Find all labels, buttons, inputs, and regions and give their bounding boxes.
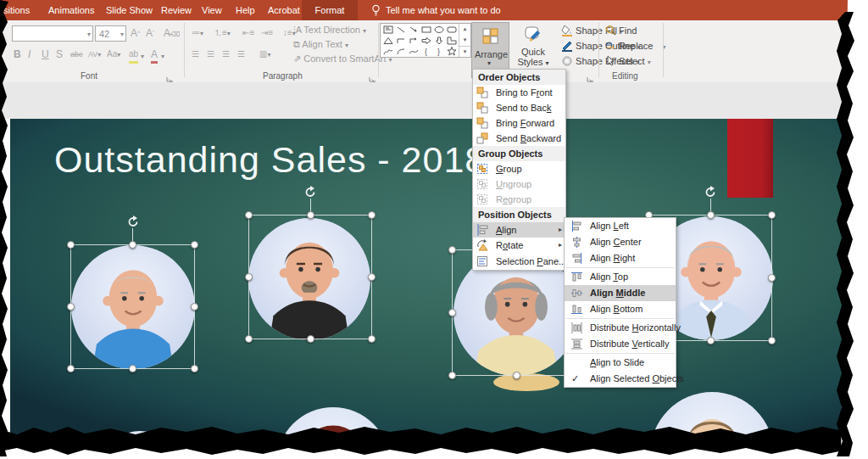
change-case-button[interactable]: Aa▾ (107, 48, 120, 62)
resize-handle-nw[interactable] (448, 246, 456, 254)
columns-button[interactable]: ▥▾ (259, 48, 270, 62)
resize-handle-ne[interactable] (368, 211, 376, 219)
font-name-combobox[interactable]: ▾ (12, 25, 93, 42)
text-direction-button[interactable]: ⫶A Text Direction ▾ (293, 25, 366, 36)
slide-title[interactable]: Outstanding Sales - 2018 (54, 139, 486, 181)
resize-handle-e[interactable] (768, 274, 776, 282)
tab-acrobat[interactable]: Acrobat (268, 0, 300, 20)
menu-item-rotate[interactable]: Rotate ▸ (473, 238, 565, 253)
menu-item-send-backward[interactable]: Send Backward (473, 131, 565, 146)
resize-handle-s[interactable] (129, 365, 136, 372)
increase-font-size-button[interactable]: A^ (131, 26, 140, 40)
resize-handle-s[interactable] (307, 335, 314, 343)
justify-button[interactable]: ☰ (237, 48, 245, 61)
submenu-item-align-to-slide[interactable]: Align to Slide (565, 355, 676, 371)
menu-item-selection-pane[interactable]: Selection Pane... (473, 253, 565, 270)
gallery-scroll-up-icon[interactable]: ▴ (459, 24, 470, 35)
submenu-item-align-bottom[interactable]: Align Bottom (565, 301, 676, 317)
menu-item-group[interactable]: Group (473, 161, 565, 176)
rotate-handle[interactable] (126, 215, 140, 228)
shapes-gallery[interactable]: { } ▴ ▾ ▾ (380, 23, 471, 58)
rectangle-shape-icon[interactable] (420, 24, 432, 35)
font-color-dropdown-icon[interactable]: ▾ (161, 53, 164, 60)
resize-handle-nw[interactable] (245, 211, 253, 219)
bold-button[interactable]: B (14, 48, 21, 61)
resize-handle-se[interactable] (368, 335, 376, 343)
red-rectangle-shape[interactable] (727, 119, 773, 198)
tab-transitions[interactable]: sitions (3, 0, 30, 20)
resize-handle-s[interactable] (513, 372, 520, 379)
menu-item-bring-to-front[interactable]: Bring to Front (473, 85, 565, 100)
replace-button[interactable]: ab Replace ▾ (605, 38, 666, 53)
text-shadow-button[interactable]: S (56, 48, 63, 61)
strikethrough-button[interactable]: abc (70, 48, 83, 61)
tab-format[interactable]: Format (302, 0, 358, 20)
line-shape-icon[interactable] (394, 24, 407, 35)
clear-formatting-button[interactable]: A̶⌫ (164, 26, 180, 42)
rotate-handle[interactable] (303, 185, 317, 199)
submenu-item-distribute-horizontally[interactable]: Distribute Horizontally (565, 320, 676, 336)
gallery-more-icon[interactable]: ▾ (459, 46, 470, 58)
resize-handle-w[interactable] (245, 273, 253, 281)
resize-handle-w[interactable] (67, 303, 75, 311)
arrow-shape-icon[interactable] (407, 24, 420, 35)
right-arrow-shape-icon[interactable] (420, 35, 432, 46)
rounded-rectangle-shape-icon[interactable] (445, 24, 458, 35)
resize-handle-se[interactable] (768, 337, 776, 344)
bullets-button[interactable]: ≔▾ (192, 26, 203, 41)
right-brace-shape-icon[interactable]: } (432, 46, 445, 57)
increase-indent-button[interactable]: ⇥≡ (261, 26, 273, 40)
resize-handle-e[interactable] (191, 303, 198, 311)
resize-handle-ne[interactable] (191, 241, 198, 249)
resize-handle-n[interactable] (707, 211, 715, 219)
selection-box-person-1[interactable] (70, 244, 195, 369)
curve-shape-icon[interactable] (407, 46, 420, 57)
select-button[interactable]: Select ▾ (605, 53, 651, 69)
corner-shape-icon[interactable] (445, 35, 458, 46)
textbox-shape-icon[interactable] (381, 24, 394, 35)
submenu-item-distribute-vertically[interactable]: Distribute Vertically (565, 336, 676, 352)
resize-handle-s[interactable] (707, 337, 715, 344)
resize-handle-sw[interactable] (245, 335, 253, 343)
resize-handle-nw[interactable] (67, 241, 75, 249)
photo-person-6[interactable] (276, 407, 390, 459)
rotate-handle[interactable] (704, 185, 717, 199)
photo-person-8[interactable] (650, 392, 774, 459)
shapes-gallery-scrollbar[interactable]: ▴ ▾ ▾ (459, 24, 470, 57)
resize-handle-n[interactable] (129, 241, 136, 249)
tell-me-box[interactable]: Tell me what you want to do (386, 0, 501, 20)
left-brace-shape-icon[interactable]: { (420, 46, 432, 57)
menu-item-send-to-back[interactable]: Send to Back (473, 100, 565, 115)
resize-handle-se[interactable] (191, 365, 198, 372)
submenu-item-align-right[interactable]: Align Right (565, 250, 676, 266)
tab-view[interactable]: View (202, 0, 222, 20)
star-shape-icon[interactable] (445, 46, 458, 57)
elbow-arrow-connector-icon[interactable] (407, 35, 420, 46)
italic-button[interactable]: I (28, 48, 31, 61)
scribble-shape-icon[interactable] (381, 46, 394, 57)
resize-handle-e[interactable] (368, 273, 376, 281)
tab-slide-show[interactable]: Slide Show (106, 0, 153, 20)
submenu-item-align-top[interactable]: Align Top (565, 269, 676, 285)
numbering-button[interactable]: ⒈≡▾ (214, 26, 231, 41)
oval-shape-icon[interactable] (432, 24, 445, 35)
tab-animations[interactable]: Animations (48, 0, 94, 20)
slide-canvas[interactable]: Outstanding Sales - 2018 (10, 119, 844, 459)
align-center-button[interactable]: ☰ (207, 48, 214, 61)
font-size-combobox[interactable]: 42▾ (95, 25, 126, 42)
resize-handle-sw[interactable] (67, 365, 75, 372)
submenu-item-align-center[interactable]: Align Center (565, 234, 676, 250)
resize-handle-n[interactable] (307, 211, 314, 219)
resize-handle-sw[interactable] (448, 372, 456, 379)
selection-box-person-2[interactable] (248, 215, 372, 339)
submenu-item-align-left[interactable]: Align Left (565, 218, 676, 234)
font-color-button[interactable]: A (151, 48, 158, 64)
submenu-item-align-selected-objects[interactable]: ✓ Align Selected Objects (565, 371, 676, 387)
photo-person-7[interactable] (487, 431, 555, 459)
resize-handle-w[interactable] (448, 309, 456, 316)
photo-person-5[interactable] (102, 431, 178, 459)
align-right-button[interactable]: ☰ (222, 48, 230, 61)
menu-item-bring-forward[interactable]: Bring Forward (473, 115, 565, 131)
down-arrow-shape-icon[interactable] (432, 35, 445, 46)
decrease-indent-button[interactable]: ⇤≡ (242, 26, 254, 40)
